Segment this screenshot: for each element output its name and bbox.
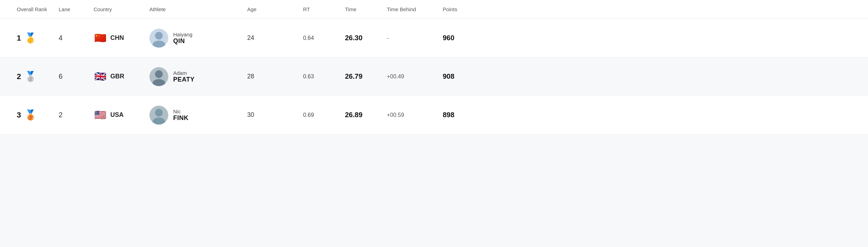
col-lane: Lane <box>56 0 91 19</box>
time-behind-value: - <box>387 35 389 41</box>
time-cell: 26.30 <box>342 28 384 48</box>
time-behind-cell: +00.49 <box>384 67 440 86</box>
athlete-first-name: Nic <box>173 108 189 114</box>
athlete-last-name: QIN <box>173 37 192 45</box>
athlete-cell: Haiyang QIN <box>147 22 244 54</box>
country-cell: 🇬🇧 GBR <box>91 64 147 90</box>
time-cell: 26.89 <box>342 105 384 125</box>
time-value: 26.30 <box>345 34 362 42</box>
time-cell: 26.79 <box>342 66 384 87</box>
table-row: 2 🥈 6 🇬🇧 GBR Adam PEATY 28 <box>0 57 868 96</box>
col-country: Country <box>91 0 147 19</box>
time-value: 26.79 <box>345 72 362 80</box>
age-cell: 28 <box>244 66 300 86</box>
rt-value: 0.69 <box>303 112 314 118</box>
country-code: GBR <box>110 73 124 80</box>
rank-cell: 1 🥇 <box>14 26 56 50</box>
rt-cell: 0.64 <box>300 29 342 48</box>
col-time: Time <box>342 0 384 19</box>
lane-cell: 4 <box>56 28 91 48</box>
age-cell: 24 <box>244 28 300 48</box>
country-flag-usa: 🇺🇸 <box>94 108 107 122</box>
country-flag-chn: 🇨🇳 <box>94 31 107 45</box>
age-cell: 30 <box>244 105 300 125</box>
athlete-cell: Adam PEATY <box>147 61 244 92</box>
rank-cell: 3 🥉 <box>14 103 56 127</box>
rank-cell: 2 🥈 <box>14 64 56 89</box>
table-row: 1 🥇 4 🇨🇳 CHN Haiyang QIN 24 <box>0 19 868 57</box>
table-row: 3 🥉 2 🇺🇸 USA Nic FINK 30 0. <box>0 96 868 134</box>
lane-number: 2 <box>59 111 62 119</box>
svg-point-1 <box>153 41 165 48</box>
rt-cell: 0.63 <box>300 67 342 86</box>
age-value: 30 <box>247 111 254 119</box>
avatar <box>149 106 168 125</box>
svg-point-4 <box>155 109 163 117</box>
time-value: 26.89 <box>345 111 362 119</box>
points-cell: 908 <box>440 66 482 87</box>
col-time-behind: Time Behind <box>384 0 440 19</box>
time-behind-value: +00.59 <box>387 112 404 118</box>
time-behind-cell: +00.59 <box>384 106 440 125</box>
athlete-name-block: Adam PEATY <box>173 70 194 83</box>
country-cell: 🇺🇸 USA <box>91 102 147 128</box>
svg-point-3 <box>153 79 165 86</box>
bronze-medal-icon: 🥉 <box>24 109 37 121</box>
athlete-first-name: Adam <box>173 70 194 76</box>
col-rt: RT <box>300 0 342 19</box>
country-code: CHN <box>110 34 124 42</box>
country-code: USA <box>110 111 124 119</box>
gold-medal-icon: 🥇 <box>24 32 37 44</box>
lane-cell: 2 <box>56 105 91 125</box>
points-cell: 898 <box>440 105 482 125</box>
athlete-last-name: FINK <box>173 114 189 122</box>
rank-number: 2 <box>17 72 21 81</box>
rank-number: 3 <box>17 111 21 120</box>
age-value: 24 <box>247 34 254 42</box>
points-cell: 960 <box>440 28 482 48</box>
silver-medal-icon: 🥈 <box>24 71 37 82</box>
time-behind-value: +00.49 <box>387 73 404 80</box>
results-table: Overall Rank Lane Country Athlete Age RT… <box>0 0 868 134</box>
athlete-first-name: Haiyang <box>173 31 192 37</box>
points-value: 898 <box>443 111 454 119</box>
rank-number: 1 <box>17 34 21 43</box>
lane-number: 4 <box>59 34 62 42</box>
athlete-name-block: Nic FINK <box>173 108 189 122</box>
age-value: 28 <box>247 73 254 80</box>
rt-value: 0.63 <box>303 73 314 80</box>
col-points: Points <box>440 0 482 19</box>
avatar <box>149 29 168 48</box>
lane-number: 6 <box>59 72 62 80</box>
points-value: 960 <box>443 34 454 42</box>
svg-point-5 <box>153 118 165 125</box>
svg-point-2 <box>155 70 163 78</box>
country-flag-gbr: 🇬🇧 <box>94 70 107 83</box>
points-value: 908 <box>443 72 454 80</box>
time-behind-cell: - <box>384 29 440 48</box>
rt-value: 0.64 <box>303 35 314 41</box>
avatar <box>149 67 168 86</box>
lane-cell: 6 <box>56 66 91 87</box>
col-overall-rank: Overall Rank <box>14 0 56 19</box>
country-cell: 🇨🇳 CHN <box>91 25 147 51</box>
table-header: Overall Rank Lane Country Athlete Age RT… <box>0 0 868 19</box>
athlete-cell: Nic FINK <box>147 99 244 131</box>
athlete-name-block: Haiyang QIN <box>173 31 192 45</box>
athlete-last-name: PEATY <box>173 76 194 83</box>
col-age: Age <box>244 0 300 19</box>
col-athlete: Athlete <box>147 0 244 19</box>
rt-cell: 0.69 <box>300 106 342 125</box>
svg-point-0 <box>155 32 163 40</box>
